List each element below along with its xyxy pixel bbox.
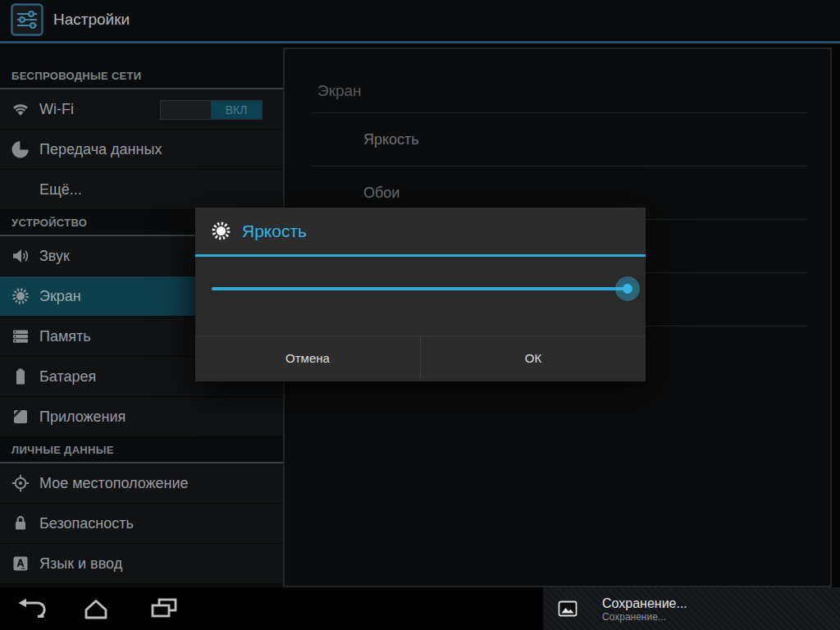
sidebar-item-apps[interactable]: Приложения — [0, 397, 283, 437]
android-settings-screen: Настройки БЕСПРОВОДНЫЕ СЕТИ Wi-Fi ВКЛ — [0, 0, 840, 630]
ok-button[interactable]: ОК — [421, 336, 646, 379]
section-header-wireless: БЕСПРОВОДНЫЕ СЕТИ — [0, 46, 283, 89]
dialog-button-bar: Отмена ОК — [195, 336, 646, 379]
sidebar-item-label: Язык и ввод — [39, 555, 122, 573]
sound-icon — [11, 246, 30, 266]
wifi-icon — [11, 99, 30, 119]
sidebar-item-label: Мое местоположение — [39, 475, 189, 492]
lock-icon — [11, 514, 30, 533]
recents-button[interactable] — [149, 596, 179, 624]
sidebar-item-label: Wi-Fi — [39, 101, 74, 118]
dialog-body — [195, 257, 646, 336]
sidebar-item-label: Память — [39, 328, 91, 345]
image-icon — [558, 599, 578, 619]
sidebar-item-language[interactable]: Язык и ввод — [0, 544, 283, 584]
apps-icon — [11, 407, 30, 427]
toast-title: Сохранение... — [602, 596, 687, 611]
dialog-title-bar: Яркость — [195, 208, 646, 257]
action-bar: Настройки — [0, 0, 840, 39]
system-navigation-bar: Сохранение... Сохранение... — [0, 587, 840, 630]
sidebar-item-label: Батарея — [39, 368, 96, 386]
setting-item-brightness[interactable]: Яркость — [285, 113, 830, 166]
cancel-button[interactable]: Отмена — [195, 336, 421, 379]
panel-title: Экран — [285, 49, 830, 112]
language-icon — [11, 554, 30, 573]
page-title: Настройки — [53, 11, 130, 29]
sidebar-item-more[interactable]: Ещё... — [0, 170, 283, 210]
sidebar-item-label: Звук — [39, 248, 70, 265]
sidebar-item-label: Передача данных — [39, 141, 162, 158]
sidebar-item-label: Ещё... — [39, 181, 82, 199]
location-icon — [11, 473, 30, 493]
battery-icon — [11, 367, 30, 386]
data-usage-icon — [11, 139, 30, 159]
dialog-title: Яркость — [242, 221, 307, 241]
sidebar-item-wifi[interactable]: Wi-Fi ВКЛ — [0, 89, 283, 130]
actionbar-accent-divider — [0, 41, 840, 43]
sidebar-item-label: Приложения — [39, 409, 126, 426]
sidebar-item-security[interactable]: Безопасность — [0, 504, 283, 544]
sidebar-item-label: Экран — [39, 288, 81, 305]
wifi-toggle[interactable]: ВКЛ — [160, 100, 262, 120]
brightness-icon — [210, 220, 232, 242]
sidebar-item-label: Безопасность — [39, 515, 134, 532]
section-header-personal: ЛИЧНЫЕ ДАННЫЕ — [0, 437, 283, 463]
display-icon — [11, 286, 30, 306]
brightness-dialog: Яркость Отмена ОК — [195, 208, 646, 381]
sidebar-item-data-usage[interactable]: Передача данных — [0, 130, 283, 170]
toast-subtitle: Сохранение... — [602, 611, 687, 623]
brightness-slider-track[interactable] — [212, 287, 632, 290]
sidebar-item-location[interactable]: Мое местоположение — [0, 463, 283, 504]
wifi-toggle-on-label: ВКЛ — [211, 101, 262, 119]
saving-toast: Сохранение... Сохранение... — [543, 587, 840, 630]
home-button[interactable] — [82, 596, 110, 624]
storage-icon — [11, 326, 30, 346]
brightness-slider-thumb[interactable] — [615, 276, 640, 301]
back-button[interactable] — [16, 596, 48, 624]
settings-app-icon — [11, 3, 43, 36]
